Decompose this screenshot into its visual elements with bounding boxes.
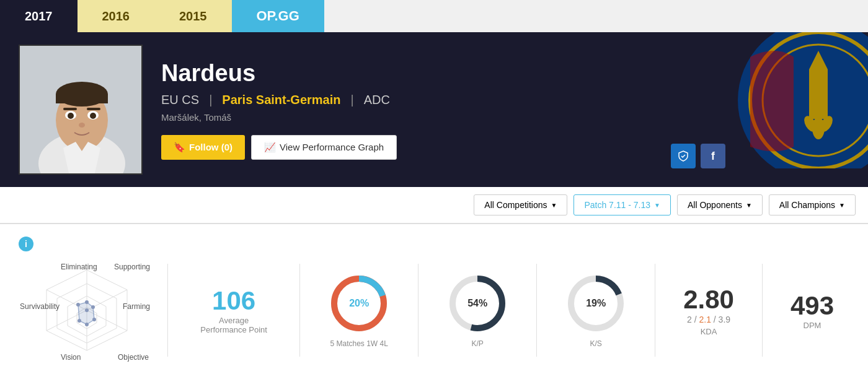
svg-point-12 [79, 123, 85, 128]
ks-label: 19% [586, 298, 606, 309]
ks-donut: 19% K/S [549, 272, 642, 348]
player-photo [19, 45, 143, 175]
svg-point-37 [78, 319, 81, 323]
ks-donut-container: 19% [565, 272, 627, 334]
svg-point-11 [90, 113, 96, 119]
winrate-donut: 20% 5 Matches 1W 4L [312, 272, 405, 348]
chart-icon: 📈 [264, 142, 276, 153]
tab-2017[interactable]: 2017 [0, 0, 78, 32]
svg-point-34 [91, 305, 95, 309]
avg-performance-block: 106 Average Performance Point [180, 286, 287, 334]
svg-point-10 [68, 113, 74, 119]
filters-bar: All Competitions ▼ Patch 7.11 - 7.13 ▼ A… [0, 187, 868, 224]
perf-divider [299, 264, 300, 357]
svg-rect-16 [809, 69, 828, 119]
avg-performance-value: 106 [212, 286, 255, 316]
ks-divider [655, 264, 655, 357]
kp-donut-container: 54% [446, 272, 508, 334]
tab-2015[interactable]: 2015 [154, 0, 232, 32]
player-region: EU CS [161, 93, 199, 107]
svg-point-33 [85, 300, 89, 304]
year-tabs-bar: 2017 2016 2015 OP.GG [0, 0, 868, 32]
dpm-label: DPM [804, 321, 822, 330]
chevron-down-icon: ▼ [839, 202, 845, 209]
radar-divider [167, 264, 168, 357]
bookmark-icon: 🔖 [174, 142, 185, 153]
opponents-filter[interactable]: All Opponents ▼ [677, 194, 763, 215]
winrate-label: 20% [349, 298, 369, 309]
dpm-value: 493 [790, 291, 834, 321]
svg-rect-6 [63, 108, 77, 110]
stats-content: Eliminating Supporting Survivability Far… [19, 258, 849, 363]
kp-divider [536, 264, 537, 357]
chevron-down-icon: ▼ [746, 202, 752, 209]
chevron-down-icon: ▼ [654, 202, 660, 209]
radar-chart-container: Eliminating Supporting Survivability Far… [19, 258, 155, 363]
champions-filter[interactable]: All Champions ▼ [769, 194, 856, 215]
kda-label: KDA [701, 327, 717, 336]
kda-divider [762, 264, 763, 357]
matches-label: 5 Matches 1W 4L [330, 339, 388, 348]
radar-label-vision: Vision [61, 353, 81, 362]
chevron-down-icon: ▼ [551, 202, 557, 209]
radar-label-farming: Farming [123, 302, 150, 311]
stats-section: i [0, 224, 868, 374]
radar-labels: Eliminating Supporting Survivability Far… [19, 258, 155, 363]
kda-block: 2.80 2 / 2.1 / 3.9 KDA [668, 285, 750, 336]
svg-point-35 [92, 318, 96, 321]
svg-point-32 [85, 308, 89, 312]
info-icon: i [19, 237, 33, 251]
winrate-donut-svg-container: 20% [328, 272, 390, 334]
player-role: ADC [364, 93, 390, 107]
radar-label-eliminating: Eliminating [61, 263, 97, 271]
radar-label-survivability: Survivability [20, 302, 60, 311]
social-icons: f [671, 144, 725, 168]
tab-opgg[interactable]: OP.GG [232, 0, 324, 32]
radar-label-supporting: Supporting [114, 263, 150, 271]
player-team: Paris Saint-Germain [222, 93, 340, 107]
ks-title: K/S [590, 339, 602, 348]
kp-donut: 54% K/P [431, 272, 524, 348]
tab-2016[interactable]: 2016 [78, 0, 155, 32]
kp-title: K/P [472, 339, 484, 348]
competition-filter[interactable]: All Competitions ▼ [474, 194, 567, 215]
player-photo-svg [20, 46, 143, 175]
winrate-divider [418, 264, 418, 357]
shield-social-icon[interactable] [671, 144, 696, 168]
patch-filter[interactable]: Patch 7.11 - 7.13 ▼ [574, 194, 671, 215]
dpm-block: 493 DPM [775, 291, 849, 330]
kp-label: 54% [467, 298, 487, 309]
view-performance-button[interactable]: 📈 View Performance Graph [251, 135, 397, 160]
follow-button[interactable]: 🔖 Follow (0) [161, 135, 245, 160]
kda-sub: 2 / 2.1 / 3.9 [687, 315, 730, 324]
profile-header: Nardeus EU CS | Paris Saint-Germain | AD… [0, 32, 868, 187]
facebook-social-icon[interactable]: f [701, 144, 725, 168]
svg-rect-5 [56, 94, 108, 103]
avg-performance-label: Average Performance Point [196, 316, 272, 334]
svg-rect-7 [87, 108, 100, 110]
svg-point-38 [76, 303, 80, 307]
kda-value: 2.80 [683, 285, 734, 315]
svg-point-36 [85, 323, 89, 326]
radar-label-objective: Objective [118, 353, 149, 362]
